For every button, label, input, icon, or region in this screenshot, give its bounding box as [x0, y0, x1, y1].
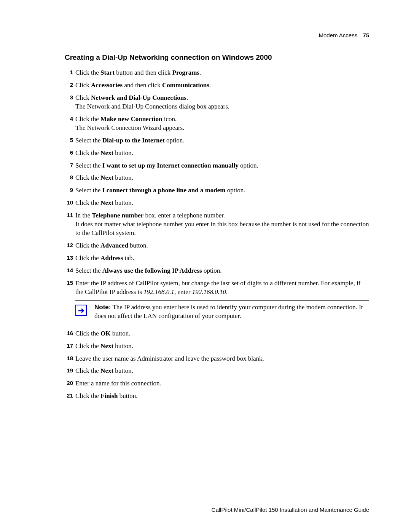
step-text: Select the I want to set up my Internet … — [75, 162, 258, 169]
step-text: Click the Next button. — [75, 174, 133, 181]
page: Modem Access 75 Creating a Dial-Up Netwo… — [0, 0, 411, 532]
step-item: 8Click the Next button. — [65, 174, 369, 182]
step-number: 13 — [65, 254, 73, 262]
footer-text: CallPilot Mini/CallPilot 150 Installatio… — [212, 506, 369, 513]
step-number: 17 — [65, 342, 73, 350]
page-header: Modem Access 75 — [65, 32, 369, 41]
step-item: 10Click the Next button. — [65, 199, 369, 208]
content: Creating a Dial-Up Networking connection… — [65, 53, 369, 401]
step-text: Click Network and Dial-Up Connections.Th… — [75, 94, 229, 110]
step-item: 18Leave the user name as Administrator a… — [65, 355, 369, 363]
step-number: 15 — [65, 279, 73, 287]
step-item: 9Select the I connect through a phone li… — [65, 186, 369, 195]
step-text: Select the I connect through a phone lin… — [75, 187, 245, 194]
step-number: 8 — [65, 174, 73, 181]
step-item: 12Click the Advanced button. — [65, 241, 369, 250]
step-text: Click the Finish button. — [75, 392, 137, 399]
step-item: 20Enter a name for this connection. — [65, 379, 369, 388]
note-label: Note: — [94, 304, 111, 311]
step-number: 18 — [65, 355, 73, 362]
step-text: Click the OK button. — [75, 330, 131, 337]
step-text: Click Accessories and then click Communi… — [75, 81, 211, 89]
step-item: 13Click the Address tab. — [65, 254, 369, 263]
arrow-right-icon: ➔ — [75, 305, 87, 316]
step-text: Enter the IP address of CallPilot system… — [75, 280, 360, 296]
note-text: Note: The IP address you enter here is u… — [94, 303, 369, 321]
step-number: 21 — [65, 392, 73, 399]
step-item: 2Click Accessories and then click Commun… — [65, 81, 369, 90]
step-text: In the Telephone number box, enter a tel… — [75, 212, 369, 236]
step-text: Click the Next button. — [75, 342, 133, 350]
step-number: 10 — [65, 199, 73, 206]
step-text: Click the Make new Connection icon.The N… — [75, 115, 185, 131]
step-number: 9 — [65, 186, 73, 194]
page-footer: CallPilot Mini/CallPilot 150 Installatio… — [65, 504, 369, 513]
step-item: 17Click the Next button. — [65, 342, 369, 351]
header-page-number: 75 — [363, 32, 369, 38]
step-text: Select the Dial-up to the Internet optio… — [75, 137, 185, 144]
step-text: Click the Next button. — [75, 199, 133, 206]
step-item: 4Click the Make new Connection icon.The … — [65, 115, 369, 133]
step-item: 5Select the Dial-up to the Internet opti… — [65, 136, 369, 145]
section-title: Creating a Dial-Up Networking connection… — [65, 53, 369, 62]
step-item: 15Enter the IP address of CallPilot syst… — [65, 279, 369, 297]
step-item: 3Click Network and Dial-Up Connections.T… — [65, 94, 369, 111]
step-number: 2 — [65, 81, 73, 89]
step-text: Click the Advanced button. — [75, 242, 148, 249]
step-item: 6Click the Next button. — [65, 149, 369, 158]
step-number: 16 — [65, 329, 73, 337]
step-number: 11 — [65, 211, 73, 219]
step-number: 7 — [65, 161, 73, 169]
step-number: 14 — [65, 267, 73, 274]
step-item: 1Click the Start button and then click P… — [65, 69, 369, 77]
steps-list-continued: 16Click the OK button.17Click the Next b… — [65, 329, 369, 401]
note-block: ➔ Note: The IP address you enter here is… — [75, 300, 369, 324]
step-number: 12 — [65, 241, 73, 249]
step-text: Click the Address tab. — [75, 254, 134, 262]
step-text: Click the Start button and then click Pr… — [75, 69, 201, 76]
step-number: 4 — [65, 115, 73, 123]
note-body: The IP address you enter here is used to… — [94, 304, 363, 320]
step-number: 20 — [65, 379, 73, 387]
step-item: 7Select the I want to set up my Internet… — [65, 161, 369, 170]
step-item: 11In the Telephone number box, enter a t… — [65, 211, 369, 238]
steps-list: 1Click the Start button and then click P… — [65, 69, 369, 297]
step-number: 6 — [65, 149, 73, 157]
header-section: Modem Access — [319, 32, 357, 38]
step-number: 19 — [65, 367, 73, 374]
step-item: 16Click the OK button. — [65, 329, 369, 338]
step-text: Select the Always use the following IP A… — [75, 267, 222, 274]
step-text: Enter a name for this connection. — [75, 380, 161, 387]
step-item: 19Click the Next button. — [65, 367, 369, 375]
step-item: 14Select the Always use the following IP… — [65, 267, 369, 275]
step-number: 1 — [65, 69, 73, 76]
step-text: Click the Next button. — [75, 367, 133, 374]
step-number: 5 — [65, 136, 73, 144]
step-text: Click the Next button. — [75, 149, 133, 157]
step-number: 3 — [65, 94, 73, 101]
step-text: Leave the user name as Administrator and… — [75, 355, 264, 362]
step-item: 21Click the Finish button. — [65, 392, 369, 401]
